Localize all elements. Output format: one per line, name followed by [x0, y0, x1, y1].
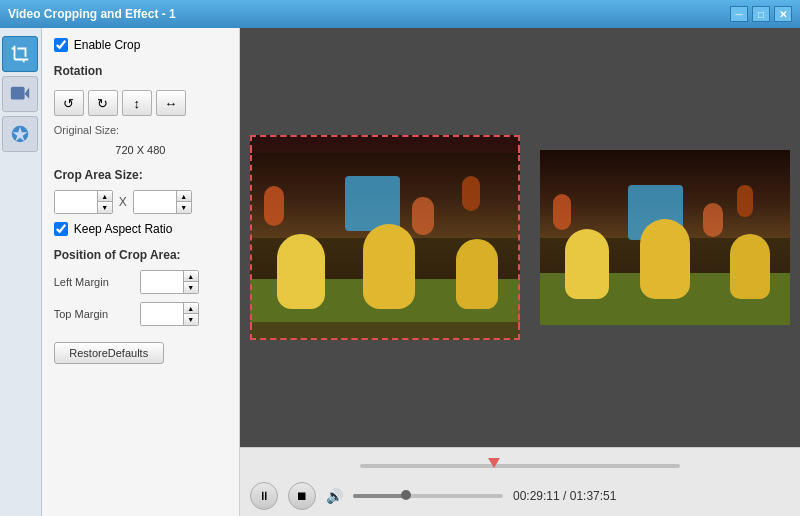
- maximize-button[interactable]: □: [752, 6, 770, 22]
- volume-track[interactable]: [353, 494, 503, 498]
- enable-crop-checkbox[interactable]: [54, 38, 68, 52]
- restore-defaults-button[interactable]: RestoreDefaults: [54, 342, 164, 364]
- top-margin-spin-down[interactable]: ▼: [184, 314, 198, 325]
- width-input[interactable]: 720: [55, 191, 97, 213]
- rotate-ccw-button[interactable]: ↺: [54, 90, 84, 116]
- width-spinbox[interactable]: 720 ▲ ▼: [54, 190, 113, 214]
- original-size-label: Original Size:: [54, 124, 227, 136]
- title-bar-buttons: ─ □ ✕: [730, 6, 792, 22]
- height-input[interactable]: 480: [134, 191, 176, 213]
- volume-knob[interactable]: [401, 490, 411, 500]
- rotation-label: Rotation: [54, 64, 227, 78]
- video-preview-zone: [240, 28, 800, 447]
- height-spin-up[interactable]: ▲: [177, 191, 191, 202]
- video-icon-tab[interactable]: [2, 76, 38, 112]
- left-margin-spinbox[interactable]: 0 ▲ ▼: [140, 270, 199, 294]
- top-margin-label: Top Margin: [54, 308, 134, 320]
- top-margin-input[interactable]: 0: [141, 303, 183, 325]
- svg-rect-0: [11, 87, 25, 100]
- enable-crop-row: Enable Crop: [54, 38, 227, 52]
- height-spinbox[interactable]: 480 ▲ ▼: [133, 190, 192, 214]
- keep-aspect-checkbox[interactable]: [54, 222, 68, 236]
- top-margin-spinbox[interactable]: 0 ▲ ▼: [140, 302, 199, 326]
- stop-button[interactable]: ⏹: [288, 482, 316, 510]
- volume-icon: 🔊: [326, 488, 343, 504]
- crop-size-row: 720 ▲ ▼ X 480 ▲ ▼: [54, 190, 227, 214]
- crop-minion-scene: [250, 135, 520, 340]
- width-spin-up[interactable]: ▲: [98, 191, 112, 202]
- controls-row: ⏸ ⏹ 🔊 00:29:11 / 01:37:51: [250, 482, 790, 510]
- window-title: Video Cropping and Effect - 1: [8, 7, 176, 21]
- rotation-buttons: ↺ ↻ ↕ ↔: [54, 90, 227, 116]
- x-separator: X: [119, 195, 127, 209]
- seek-thumb[interactable]: [488, 458, 500, 468]
- position-label: Position of Crop Area:: [54, 248, 227, 262]
- output-minion-scene: [540, 150, 790, 325]
- time-display: 00:29:11 / 01:37:51: [513, 489, 616, 503]
- minimize-button[interactable]: ─: [730, 6, 748, 22]
- svg-marker-1: [25, 88, 30, 99]
- top-margin-spin-up[interactable]: ▲: [184, 303, 198, 314]
- enable-crop-label: Enable Crop: [74, 38, 141, 52]
- flip-h-button[interactable]: ↔: [156, 90, 186, 116]
- playback-bar: ⏸ ⏹ 🔊 00:29:11 / 01:37:51: [240, 447, 800, 516]
- pause-button[interactable]: ⏸: [250, 482, 278, 510]
- left-margin-row: Left Margin 0 ▲ ▼: [54, 270, 227, 294]
- seek-container: [250, 454, 790, 478]
- main-container: Enable Crop Rotation ↺ ↻ ↕ ↔ Original Si…: [0, 28, 800, 516]
- close-button[interactable]: ✕: [774, 6, 792, 22]
- volume-fill: [353, 494, 406, 498]
- top-margin-row: Top Margin 0 ▲ ▼: [54, 302, 227, 326]
- width-spin-down[interactable]: ▼: [98, 202, 112, 213]
- flip-v-button[interactable]: ↕: [122, 90, 152, 116]
- left-margin-label: Left Margin: [54, 276, 134, 288]
- crop-icon-tab[interactable]: [2, 36, 38, 72]
- effect-icon-tab[interactable]: [2, 116, 38, 152]
- title-bar: Video Cropping and Effect - 1 ─ □ ✕: [0, 0, 800, 28]
- settings-panel: Enable Crop Rotation ↺ ↻ ↕ ↔ Original Si…: [42, 28, 240, 516]
- seek-track[interactable]: [360, 464, 680, 468]
- crop-area-size-label: Crop Area Size:: [54, 168, 227, 182]
- rotate-cw-button[interactable]: ↻: [88, 90, 118, 116]
- keep-aspect-label: Keep Aspect Ratio: [74, 222, 173, 236]
- icon-panel: [0, 28, 42, 516]
- left-margin-input[interactable]: 0: [141, 271, 183, 293]
- crop-preview-container: [250, 135, 520, 340]
- video-area: ⏸ ⏹ 🔊 00:29:11 / 01:37:51: [240, 28, 800, 516]
- original-size-value: 720 X 480: [54, 144, 227, 156]
- left-margin-spin-down[interactable]: ▼: [184, 282, 198, 293]
- output-preview-container: [540, 150, 790, 325]
- left-margin-spin-up[interactable]: ▲: [184, 271, 198, 282]
- height-spin-down[interactable]: ▼: [177, 202, 191, 213]
- keep-aspect-row: Keep Aspect Ratio: [54, 222, 227, 236]
